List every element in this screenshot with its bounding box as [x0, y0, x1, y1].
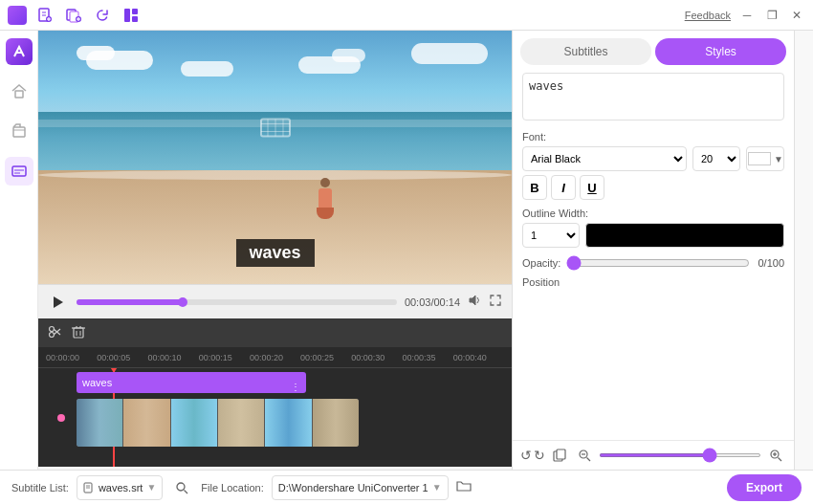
svg-rect-31	[74, 328, 83, 338]
tab-styles[interactable]: Styles	[655, 38, 786, 65]
outline-width-select[interactable]: 1 2 3	[522, 223, 580, 248]
redo-button[interactable]: ↻	[534, 448, 545, 463]
dropdown-arrow: ▼	[146, 482, 156, 493]
new-file-icon[interactable]	[34, 5, 55, 26]
sidebar-item-files[interactable]	[5, 117, 33, 145]
titlebar-right: Feedback ─ ❐ ✕	[685, 7, 805, 24]
bold-button[interactable]: B	[522, 175, 547, 200]
opacity-value: 0/100	[756, 257, 784, 269]
feedback-link[interactable]: Feedback	[685, 10, 731, 21]
copy-button[interactable]	[549, 445, 570, 466]
ruler-mark-2: 00:00:10	[147, 353, 198, 362]
subtitle-list-label: Subtitle List:	[11, 482, 69, 493]
search-button[interactable]	[170, 476, 193, 499]
progress-bar[interactable]	[77, 299, 397, 305]
right-edge-panel	[794, 31, 813, 470]
video-track[interactable]	[77, 399, 359, 447]
svg-line-45	[779, 458, 782, 462]
subtitle-text-input[interactable]: waves	[522, 73, 784, 121]
bottom-bar: Subtitle List: waves.srt ▼ File Location…	[0, 470, 813, 504]
ruler-mark-3: 00:00:15	[199, 353, 250, 362]
timeline-delete-btn[interactable]	[71, 324, 86, 342]
font-label: Font:	[522, 131, 784, 142]
timeline-scissors-btn[interactable]	[48, 324, 63, 342]
subtitle-track[interactable]: waves ⋮	[77, 372, 306, 393]
pink-dot-marker	[57, 414, 65, 422]
ruler-mark-1: 00:00:05	[97, 353, 147, 362]
subtitle-track-handle[interactable]: ⋮	[289, 376, 302, 397]
file-location-label: File Location:	[201, 482, 263, 493]
opacity-row: Opacity: 0/100	[522, 255, 784, 271]
titlebar: Feedback ─ ❐ ✕	[0, 0, 813, 31]
svg-rect-15	[13, 127, 25, 137]
progress-fill	[77, 299, 183, 305]
panel-content: waves Font: Arial Black Arial Times New …	[513, 65, 794, 440]
font-color-button[interactable]: ▼	[746, 146, 784, 171]
video-background: waves	[38, 31, 512, 284]
svg-rect-12	[132, 9, 138, 14]
color-swatch	[748, 152, 771, 165]
opacity-label: Opacity:	[522, 257, 560, 269]
fullscreen-icon[interactable]	[489, 294, 502, 310]
path-dropdown-arrow: ▼	[432, 482, 442, 493]
svg-line-50	[185, 490, 188, 493]
ruler-mark-7: 00:00:35	[403, 353, 453, 362]
progress-thumb	[178, 297, 187, 307]
font-select[interactable]: Arial Black Arial Times New Roman	[522, 146, 687, 171]
refresh-icon[interactable]	[92, 5, 113, 26]
ruler-mark-8: 00:00:40	[453, 353, 504, 362]
video-panel-row: waves 00:03/00:14	[38, 31, 813, 470]
outline-row: 1 2 3	[522, 223, 784, 248]
play-button[interactable]	[48, 292, 69, 313]
zoom-slider[interactable]	[599, 453, 761, 457]
toolbar-icons	[34, 5, 142, 26]
export-button[interactable]: Export	[727, 474, 802, 501]
zoom-in-button[interactable]	[765, 445, 786, 466]
file-path: D:\Wondershare UniConverter 1	[278, 482, 428, 493]
undo-button[interactable]: ↺	[520, 448, 532, 463]
ruler-marks: 00:00:00 00:00:05 00:00:10 00:00:15 00:0…	[46, 353, 504, 362]
timeline-tracks: waves ⋮	[38, 368, 512, 467]
tab-subtitles[interactable]: Subtitles	[520, 38, 651, 65]
format-buttons: B I U	[522, 175, 784, 200]
sidebar	[0, 31, 38, 470]
batch-icon[interactable]	[63, 5, 84, 26]
subtitle-overlay: waves	[235, 239, 314, 267]
panel-tabs: Subtitles Styles	[513, 31, 794, 65]
opacity-slider[interactable]	[566, 255, 750, 271]
subtitle-file-icon	[83, 482, 95, 493]
position-label: Position	[522, 276, 784, 288]
video-center-icon	[256, 104, 295, 149]
sidebar-item-subtitles[interactable]	[5, 157, 33, 186]
main-layout: waves 00:03/00:14	[0, 31, 813, 470]
svg-rect-14	[15, 91, 23, 98]
timeline-ruler: 00:00:00 00:00:05 00:00:10 00:00:15 00:0…	[38, 347, 512, 368]
ruler-mark-6: 00:00:30	[351, 353, 402, 362]
italic-button[interactable]: I	[551, 175, 576, 200]
zoom-out-button[interactable]	[574, 445, 595, 466]
sidebar-logo	[6, 38, 33, 65]
center-content: waves 00:03/00:14	[38, 31, 813, 470]
subtitle-file-name: waves.srt	[99, 482, 143, 493]
app-logo	[8, 6, 27, 25]
video-area: waves 00:03/00:14	[38, 31, 512, 470]
font-size-select[interactable]: 20 16 24 32	[692, 146, 740, 171]
svg-marker-25	[54, 296, 63, 308]
layout-icon[interactable]	[121, 5, 142, 26]
right-panel: Subtitles Styles waves Font: Arial Black…	[512, 31, 794, 470]
ruler-mark-5: 00:00:25	[300, 353, 351, 362]
svg-point-27	[50, 326, 55, 331]
minimize-button[interactable]: ─	[738, 7, 756, 24]
underline-button[interactable]: U	[580, 175, 604, 200]
svg-marker-26	[470, 296, 475, 305]
close-button[interactable]: ✕	[788, 7, 805, 24]
font-row: Arial Black Arial Times New Roman 20 16 …	[522, 146, 784, 171]
outline-color-button[interactable]	[585, 223, 784, 248]
time-display: 00:03/00:14	[405, 296, 460, 308]
history-buttons: ↺ ↻	[520, 448, 545, 463]
folder-browse-button[interactable]	[456, 479, 472, 495]
video-wrapper: waves	[38, 31, 512, 284]
sidebar-item-home[interactable]	[5, 77, 33, 105]
audio-icon[interactable]	[468, 294, 481, 310]
restore-button[interactable]: ❐	[763, 7, 780, 24]
